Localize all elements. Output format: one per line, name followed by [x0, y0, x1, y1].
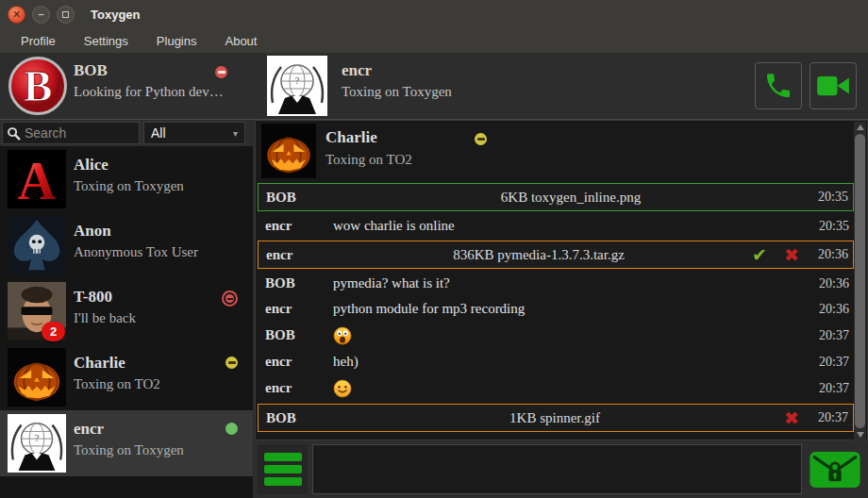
filter-value: All	[151, 125, 166, 141]
maximize-window-button[interactable]	[57, 6, 75, 24]
contact-name: T-800	[74, 288, 112, 307]
contact-status-message: Toxing on TO2	[74, 376, 160, 392]
search-icon	[7, 126, 21, 141]
encrypted-send-icon	[810, 452, 860, 488]
peer-avatar-anonymous-mask: ?	[267, 56, 327, 116]
contact-status-message: I'll be back	[74, 310, 136, 326]
contact-name: Alice	[74, 156, 108, 174]
video-call-button[interactable]	[810, 62, 857, 109]
away-status-icon	[225, 357, 238, 369]
file-transfer-label: 836KB pymedia-1.3.7.3.tar.gz	[334, 247, 743, 263]
unread-badge: 2	[42, 322, 65, 341]
contact-filter-dropdown[interactable]: All ▾	[143, 122, 245, 144]
chat-panel: Charlie Toxing on TO2 BOB 6KB toxygen_in…	[255, 120, 868, 498]
chevron-down-icon: ▾	[233, 128, 238, 139]
contact-row-anon[interactable]: Anon Anonymous Tox User	[0, 212, 253, 278]
peer-name: encr	[342, 61, 372, 80]
audio-call-button[interactable]	[755, 62, 802, 109]
video-camera-icon	[816, 73, 850, 99]
message-row: encr python module for mp3 recording 20:…	[258, 298, 854, 320]
message-time: 20:37	[809, 381, 854, 396]
encr-avatar-anonymous-mask: ?	[8, 414, 66, 473]
shocked-smiley-emoji	[333, 326, 809, 345]
send-message-button[interactable]	[810, 452, 860, 488]
hamburger-icon	[264, 453, 302, 461]
peer-status-message: Toxing on Toxygen	[342, 84, 452, 100]
titlebar: ✕ – Toxygen	[0, 0, 868, 28]
header: B BOB Looking for Python dev… ?	[0, 53, 868, 120]
menu-settings[interactable]: Settings	[75, 31, 138, 51]
self-busy-status-icon	[215, 66, 227, 78]
svg-text:?: ?	[295, 75, 300, 86]
message-sender: encr	[258, 218, 333, 234]
message-text: wow charlie is online	[333, 218, 809, 234]
contact-name: Charlie	[74, 354, 125, 373]
message-sender: encr	[258, 380, 333, 396]
composer	[255, 440, 868, 498]
self-name: BOB	[74, 61, 108, 80]
message-input[interactable]	[312, 444, 802, 494]
online-status-icon	[225, 423, 238, 435]
message-sender: BOB	[258, 275, 333, 291]
anon-avatar	[8, 216, 66, 274]
message-row: encr 20:37	[258, 376, 854, 400]
svg-text:A: A	[18, 152, 57, 208]
message-time: 20:36	[808, 247, 853, 262]
scroll-up-arrow[interactable]	[854, 122, 866, 133]
menu-about[interactable]: About	[215, 31, 266, 51]
decline-file-button[interactable]: ✖	[776, 246, 808, 264]
search-box	[2, 122, 140, 144]
alice-avatar: A	[8, 150, 66, 208]
message-sender: BOB	[259, 190, 334, 206]
cancel-file-button[interactable]: ✖	[776, 409, 808, 427]
contact-row-t800[interactable]: T-800 I'll be back 2	[0, 278, 253, 344]
accept-file-button[interactable]: ✔	[743, 246, 776, 264]
charlie-avatar	[8, 348, 66, 407]
message-text: pymedia? what is it?	[333, 275, 809, 291]
contact-status-message: Toxing on Toxygen	[74, 442, 184, 458]
toxygen-window: ✕ – Toxygen Profile Settings Plugins Abo…	[0, 0, 868, 498]
menu-plugins[interactable]: Plugins	[147, 31, 207, 51]
contact-row-alice[interactable]: A Alice Toxing on Toxygen	[0, 146, 253, 212]
chat-peer-status-message: Toxing on TO2	[326, 152, 412, 168]
close-window-button[interactable]: ✕	[8, 6, 25, 24]
chat-peer-name: Charlie	[326, 128, 377, 147]
minimize-window-button[interactable]: –	[32, 6, 50, 24]
message-row: encr heh) 20:37	[258, 351, 854, 373]
message-sender: encr	[258, 354, 333, 370]
chat-peer-header: Charlie Toxing on TO2	[258, 123, 852, 181]
chat-scrollbar	[854, 122, 866, 440]
message-sender: BOB	[259, 410, 334, 426]
contact-status-message: Anonymous Tox User	[74, 244, 198, 260]
sidebar: All ▾ A Alice Toxing on Toxygen	[0, 120, 253, 498]
message-history: Charlie Toxing on TO2 BOB 6KB toxygen_in…	[255, 120, 868, 440]
message-row: BOB 20:37	[258, 324, 854, 347]
message-time: 20:37	[808, 410, 853, 425]
file-transfer-label: 1KB spinner.gif	[334, 410, 776, 426]
message-list: BOB 6KB toxygen_inline.png 20:35 encr wo…	[258, 183, 854, 432]
self-avatar: B	[8, 56, 68, 116]
scrollbar-thumb[interactable]	[855, 134, 865, 428]
message-time: 20:37	[809, 355, 854, 370]
file-transfer-row: BOB 1KB spinner.gif ✖ 20:37	[258, 404, 854, 432]
message-time: 20:35	[808, 190, 853, 205]
message-text: python module for mp3 recording	[333, 301, 809, 317]
maximize-icon	[62, 11, 69, 18]
message-row: BOB pymedia? what is it? 20:36	[258, 273, 854, 294]
message-row: encr wow charlie is online 20:35	[258, 215, 854, 237]
message-time: 20:36	[809, 276, 854, 291]
search-input[interactable]	[25, 125, 135, 141]
message-sender: BOB	[258, 327, 333, 343]
file-transfer-row: BOB 6KB toxygen_inline.png 20:35	[258, 183, 854, 211]
busy-status-icon	[222, 290, 238, 307]
scroll-down-arrow[interactable]	[854, 429, 866, 440]
contact-name: encr	[74, 420, 104, 439]
contact-row-encr[interactable]: ? encr Toxing on Toxygen	[0, 410, 253, 476]
menu-profile[interactable]: Profile	[11, 31, 65, 51]
search-row: All ▾	[0, 120, 253, 146]
message-sender: encr	[258, 301, 333, 317]
contact-list: A Alice Toxing on Toxygen	[0, 146, 253, 476]
chat-menu-button[interactable]	[258, 444, 308, 494]
contact-row-charlie[interactable]: Charlie Toxing on TO2	[0, 344, 253, 410]
window-title: Toxygen	[91, 8, 141, 22]
